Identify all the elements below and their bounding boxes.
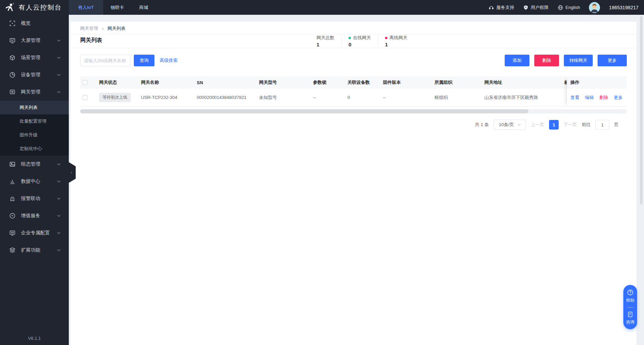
tab-usr-iot[interactable]: 有人IoT — [69, 0, 103, 15]
horizontal-scrollbar-thumb[interactable] — [80, 109, 528, 113]
sidebar-item-enterprise-config[interactable]: 企业专属配置 — [0, 224, 69, 242]
sidebar-item-batch-config[interactable]: 批量配置管理 — [0, 114, 69, 128]
advanced-search-link[interactable]: 高级搜索 — [160, 57, 178, 64]
delete-button[interactable]: 删除 — [534, 55, 559, 66]
account-phone[interactable]: 18653198217 — [609, 5, 638, 10]
picture-icon — [9, 161, 15, 167]
search-input[interactable] — [80, 55, 130, 66]
current-page-button[interactable]: 1 — [549, 120, 559, 130]
add-button[interactable]: 添加 — [505, 55, 529, 66]
row-checkbox[interactable] — [83, 95, 87, 100]
query-button[interactable]: 查询 — [134, 55, 154, 66]
chevron-down-icon — [57, 249, 61, 251]
col-header-status: 网关状态 — [97, 79, 139, 86]
cell-firmware: -- — [380, 95, 432, 100]
col-header-name: 网关名称 — [139, 79, 194, 86]
chevron-down-icon — [57, 57, 61, 59]
cell-model: 未知型号 — [257, 94, 311, 101]
edit-link[interactable]: 编辑 — [585, 94, 594, 101]
view-link[interactable]: 查看 — [570, 94, 579, 101]
language-switch[interactable]: English — [558, 5, 580, 10]
layers-icon — [9, 247, 15, 253]
transfer-gateway-button[interactable]: 转移网关 — [564, 55, 593, 66]
table-header-row: 网关状态 网关名称 SN 网关型号 参数锁 关联设备数 固件版本 所属组织 网关… — [80, 76, 627, 89]
tab-iot-card[interactable]: 物联卡 — [103, 0, 132, 15]
stat-online: 在线网关 0 — [342, 35, 378, 47]
stat-online-value: 0 — [348, 42, 371, 47]
toolbar-actions: 添加 删除 转移网关 更多 — [505, 55, 627, 66]
vertical-scrollbar[interactable] — [640, 16, 643, 204]
language-label: English — [566, 5, 580, 10]
goto-page-input[interactable] — [595, 120, 609, 130]
tab-mall[interactable]: 商城 — [132, 0, 156, 15]
breadcrumb: 网关管理 > 网关列表 — [71, 22, 636, 34]
operation-fixed-column: 操作 查看 编辑 删除 更多 — [567, 76, 627, 107]
page-size-value: 10条/页 — [499, 122, 514, 128]
bar-chart-icon — [9, 178, 15, 185]
monitor-code-icon — [9, 230, 15, 236]
pagination-total: 共 1 条 — [475, 122, 489, 128]
sidebar-item-device-mgmt[interactable]: 设备管理 — [0, 66, 69, 84]
sidebar-item-scada-mgmt[interactable]: 组态管理 — [0, 156, 69, 173]
page-unit-label: 页 — [614, 122, 619, 128]
col-header-operation: 操作 — [567, 76, 627, 89]
sidebar-item-label: 企业专属配置 — [21, 230, 52, 236]
stat-total: 网关总数 1 — [316, 35, 341, 47]
gateway-table: 网关状态 网关名称 SN 网关型号 参数锁 关联设备数 固件版本 所属组织 网关… — [80, 76, 627, 107]
sidebar-item-label: 场景管理 — [21, 55, 52, 61]
delete-link[interactable]: 删除 — [599, 94, 608, 101]
goto-label: 前往 — [582, 122, 591, 128]
sidebar-item-firmware-upgrade[interactable]: 固件升级 — [0, 128, 69, 142]
sidebar-item-label: 扩展功能 — [21, 247, 52, 253]
stat-offline-label: 离线网关 — [389, 35, 407, 41]
cell-sn: 00002000143848037821 — [194, 95, 257, 100]
next-page-button[interactable]: 下一页 — [564, 122, 577, 128]
screen-icon — [9, 37, 15, 44]
breadcrumb-parent[interactable]: 网关管理 — [80, 25, 98, 32]
usr-logo-icon — [4, 2, 15, 13]
cube-icon — [9, 55, 15, 61]
chevron-down-icon — [57, 40, 61, 42]
online-dot-icon — [348, 37, 351, 39]
help-label[interactable]: 帮助 — [626, 298, 634, 303]
gateway-stats: 网关总数 1 在线网关 0 离线网关 1 — [316, 35, 414, 47]
sidebar-item-screen-mgmt[interactable]: 大屏管理 — [0, 32, 69, 49]
sidebar-item-value-added-services[interactable]: 增值服务 — [0, 207, 69, 224]
service-support[interactable]: 服务支持 — [489, 4, 514, 11]
row-more-link[interactable]: 更多 — [614, 94, 623, 101]
app-version: V6.1.1 — [0, 336, 69, 341]
col-header-model: 网关型号 — [257, 79, 311, 86]
breadcrumb-separator: > — [101, 26, 104, 31]
stat-offline-value: 1 — [385, 42, 407, 47]
chevron-left-icon: ‹ — [71, 170, 72, 175]
sidebar-item-scene-mgmt[interactable]: 场景管理 — [0, 49, 69, 66]
sidebar-item-alarm-linkage[interactable]: 报警联动 — [0, 190, 69, 207]
sidebar-item-data-center[interactable]: 数据中心 — [0, 173, 69, 190]
col-header-org: 所属组织 — [432, 79, 482, 86]
topbar-right: 服务支持 用户权限 E — [489, 0, 644, 15]
sidebar-item-label: 数据中心 — [21, 178, 52, 185]
sidebar-item-extensions[interactable]: 扩展功能 — [0, 242, 69, 259]
more-button[interactable]: 更多 — [598, 55, 627, 66]
horizontal-scrollbar[interactable] — [80, 109, 627, 113]
help-question-icon[interactable] — [627, 289, 634, 296]
sidebar-item-gateway-list[interactable]: 网关列表 — [0, 101, 69, 114]
chevron-down-icon — [57, 74, 61, 76]
offline-dot-icon — [385, 37, 387, 39]
sidebar-item-gateway-mgmt[interactable]: 网关管理 — [0, 84, 69, 101]
select-all-checkbox[interactable] — [83, 80, 87, 85]
user-permission-label: 用户权限 — [531, 4, 549, 11]
consult-label[interactable]: 咨询 — [626, 319, 634, 325]
page-header: 网关列表 网关总数 1 在线网关 0 离线网关 1 — [71, 34, 636, 48]
sidebar-item-label: 报警联动 — [21, 196, 52, 202]
consult-doc-icon[interactable] — [627, 311, 633, 318]
user-permission[interactable]: 用户权限 — [523, 4, 549, 11]
sidebar-item-overview[interactable]: 概览 — [0, 15, 69, 32]
cell-gateway-name: USR-TCP232-304 — [139, 95, 194, 100]
col-header-sn: SN — [194, 80, 257, 85]
page-size-select[interactable]: 10条/页 — [494, 120, 526, 130]
avatar[interactable] — [589, 2, 600, 13]
prev-page-button[interactable]: 上一页 — [531, 122, 544, 128]
toolbar: 查询 高级搜索 添加 删除 转移网关 更多 — [80, 55, 627, 66]
sidebar-item-customization-center[interactable]: 定制化中心 — [0, 142, 69, 156]
